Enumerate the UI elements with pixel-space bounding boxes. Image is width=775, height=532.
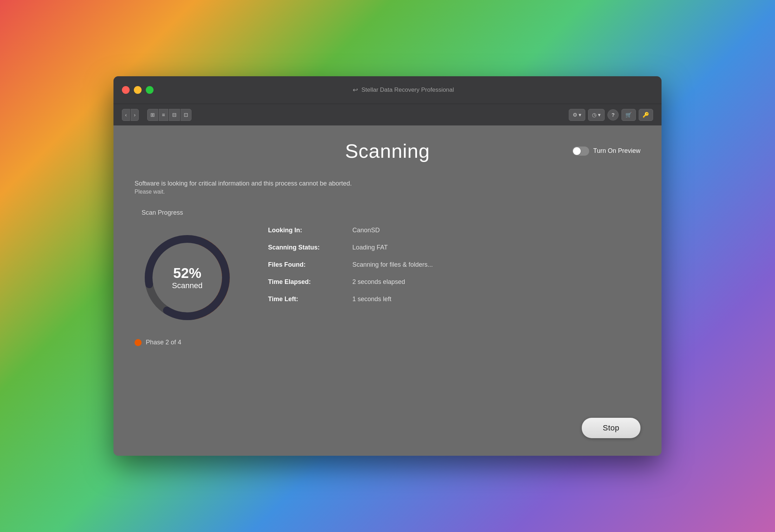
toolbar-right: ⚙ ▾ ◷ ▾ ? 🛒 🔑 [569,109,653,121]
maximize-button[interactable] [146,86,154,94]
files-found-value: Scanning for files & folders... [352,261,433,268]
time-left-value: 1 seconds left [352,296,391,303]
window-title: Stellar Data Recovery Professional [362,86,454,93]
scan-section: Scan Progress 52% Scanned [135,209,640,346]
key-icon: 🔑 [643,112,649,118]
settings-button[interactable]: ⚙ ▾ [569,109,585,121]
list-icon: ≡ [162,112,165,118]
page-header: Scanning Turn On Preview [135,140,640,162]
looking-in-label: Looking In: [268,227,345,234]
history-button[interactable]: ◷ ▾ [588,109,605,121]
view-buttons: ⊞ ≡ ⊟ ⊡ [147,109,191,121]
preview-toggle-switch[interactable] [572,147,589,156]
app-window: ↩ Stellar Data Recovery Professional ‹ ›… [113,76,662,456]
detail-row-scanning-status: Scanning Status: Loading FAT [268,244,640,251]
main-content: Scanning Turn On Preview Software is loo… [113,125,662,456]
progress-center-text: 52% Scanned [172,265,203,290]
settings-dropdown-icon: ▾ [579,112,581,118]
cart-button[interactable]: 🛒 [621,109,636,121]
view-gallery-button[interactable]: ⊡ [181,109,191,121]
info-subtext: Please wait. [135,189,640,195]
cart-icon: 🛒 [625,112,632,118]
help-button[interactable]: ? [607,109,619,121]
title-icon: ↩ [353,86,358,94]
close-button[interactable] [122,86,130,94]
gear-icon: ⚙ [573,112,577,118]
scan-progress-area: Scan Progress 52% Scanned [135,209,240,346]
time-elapsed-label: Time Elapsed: [268,278,345,286]
view-columns-button[interactable]: ⊟ [169,109,180,121]
time-elapsed-value: 2 seconds elapsed [352,278,405,286]
history-dropdown-icon: ▾ [598,112,601,118]
stop-button[interactable]: Stop [582,418,640,438]
key-button[interactable]: 🔑 [639,109,653,121]
detail-row-looking-in: Looking In: CanonSD [268,227,640,234]
back-button[interactable]: ‹ [122,109,130,121]
progress-scanned-label: Scanned [172,281,203,290]
phase-dot [135,339,142,346]
progress-percent: 52% [172,265,203,281]
files-found-label: Files Found: [268,261,345,268]
minimize-button[interactable] [134,86,142,94]
circular-progress: 52% Scanned [135,225,240,330]
toolbar: ‹ › ⊞ ≡ ⊟ ⊡ ⚙ ▾ ◷ ▾ [113,104,662,125]
looking-in-value: CanonSD [352,227,380,234]
info-text: Software is looking for critical informa… [135,180,640,187]
history-icon: ◷ [592,112,597,118]
view-grid-button[interactable]: ⊞ [147,109,158,121]
scanning-status-label: Scanning Status: [268,244,345,251]
nav-buttons: ‹ › [122,109,139,121]
forward-button[interactable]: › [131,109,139,121]
preview-toggle-area: Turn On Preview [572,147,640,156]
scanning-status-value: Loading FAT [352,244,388,251]
columns-icon: ⊟ [172,112,177,118]
page-title: Scanning [345,140,430,162]
scan-progress-label: Scan Progress [142,209,183,216]
detail-row-time-left: Time Left: 1 seconds left [268,296,640,303]
detail-row-files-found: Files Found: Scanning for files & folder… [268,261,640,268]
preview-label: Turn On Preview [593,147,640,155]
view-list-button[interactable]: ≡ [159,109,168,121]
title-bar: ↩ Stellar Data Recovery Professional [113,76,662,104]
title-center: ↩ Stellar Data Recovery Professional [353,86,454,94]
time-left-label: Time Left: [268,296,345,303]
traffic-lights [122,86,154,94]
bottom-actions: Stop [582,418,640,438]
grid-icon: ⊞ [150,112,155,118]
gallery-icon: ⊡ [184,112,188,118]
detail-row-time-elapsed: Time Elapsed: 2 seconds elapsed [268,278,640,286]
scan-details: Looking In: CanonSD Scanning Status: Loa… [268,209,640,303]
